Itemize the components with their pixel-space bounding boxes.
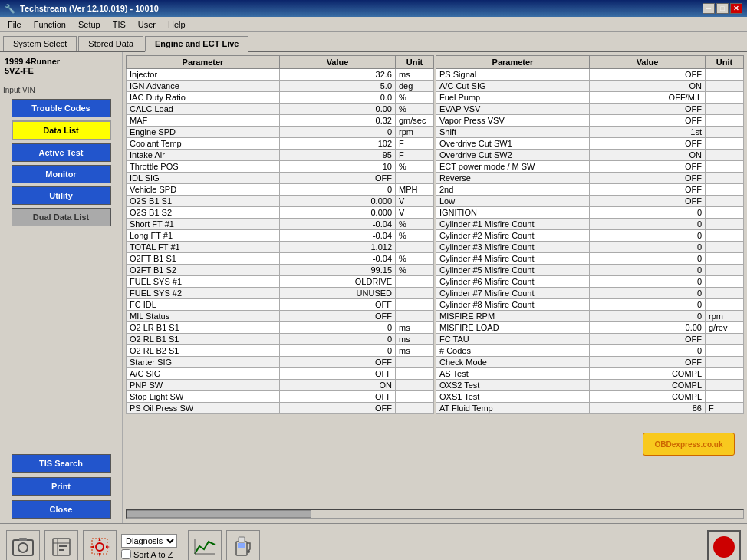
- menu-tis[interactable]: TIS: [107, 18, 132, 31]
- left-unit-header: Unit: [396, 56, 434, 69]
- left-param-cell: Intake Air: [127, 150, 280, 161]
- snapshot-icon-button[interactable]: [6, 530, 40, 561]
- right-table-row: Shift 1st: [436, 127, 744, 138]
- left-value-cell: OFF: [280, 368, 396, 380]
- dual-data-list-button[interactable]: Dual Data List: [12, 208, 111, 226]
- right-unit-cell: [706, 265, 744, 276]
- left-table-row: FUEL SYS #2 UNUSED: [127, 288, 434, 299]
- left-value-cell: ON: [280, 380, 396, 391]
- settings-icon-button[interactable]: [83, 530, 117, 561]
- left-table-row: Intake Air 95 F: [127, 150, 434, 161]
- left-value-cell: 102: [280, 138, 396, 150]
- svg-point-8: [96, 543, 104, 551]
- left-table-row: PNP SW ON: [127, 380, 434, 391]
- diagnosis-select[interactable]: Diagnosis Snapshot Trigger: [121, 534, 177, 548]
- sort-checkbox[interactable]: [121, 549, 131, 559]
- maximize-button[interactable]: □: [716, 3, 729, 14]
- left-param-cell: O2FT B1 S2: [127, 265, 280, 276]
- left-value-cell: 0: [280, 184, 396, 196]
- right-param-cell: AT Fluid Temp: [436, 403, 590, 414]
- horizontal-scrollbar[interactable]: [126, 509, 744, 519]
- data-icon-button[interactable]: [44, 530, 78, 561]
- fuel-icon-button[interactable]: [226, 530, 260, 561]
- sidebar: 1999 4Runner 5VZ-FE Input VIN Trouble Co…: [0, 52, 123, 523]
- left-value-cell: 0: [280, 334, 396, 345]
- menu-user[interactable]: User: [132, 18, 162, 31]
- right-value-cell: 0: [590, 219, 706, 230]
- title-bar: 🔧 Techstream (Ver 12.10.019) - 10010 ─ □…: [0, 0, 747, 17]
- right-value-cell: 0: [590, 207, 706, 219]
- right-value-cell: OFF: [590, 138, 706, 150]
- sort-label[interactable]: Sort A to Z: [133, 550, 173, 559]
- right-table-row: Fuel Pump OFF/M.L: [436, 92, 744, 104]
- right-unit-cell: [706, 81, 744, 92]
- left-table-row: CALC Load 0.00 %: [127, 104, 434, 115]
- right-value-cell: 0: [590, 230, 706, 242]
- left-table-row: O2 LR B1 S1 0 ms: [127, 322, 434, 334]
- right-value-cell: 86: [590, 403, 706, 414]
- right-value-cell: 0: [590, 345, 706, 357]
- menu-function[interactable]: Function: [28, 18, 72, 31]
- record-button[interactable]: [707, 530, 741, 561]
- trouble-codes-button[interactable]: Trouble Codes: [12, 99, 111, 117]
- monitor-button[interactable]: Monitor: [12, 165, 111, 183]
- left-param-cell: Vehicle SPD: [127, 184, 280, 196]
- right-table-row: Cylinder #5 Misfire Count 0: [436, 265, 744, 276]
- vehicle-info: 1999 4Runner 5VZ-FE: [3, 55, 119, 77]
- menu-file[interactable]: File: [2, 18, 28, 31]
- print-button[interactable]: Print: [12, 477, 111, 496]
- tab-system-select[interactable]: System Select: [3, 36, 77, 51]
- left-value-cell: OFF: [280, 311, 396, 322]
- minimize-button[interactable]: ─: [703, 3, 715, 14]
- left-value-cell: 10: [280, 161, 396, 173]
- data-list-button[interactable]: Data List: [12, 120, 111, 140]
- left-value-cell: 0.32: [280, 115, 396, 127]
- right-param-cell: MISFIRE LOAD: [436, 322, 590, 334]
- left-value-cell: 32.6: [280, 69, 396, 81]
- input-vin-label: Input VIN: [3, 86, 119, 94]
- right-unit-cell: [706, 345, 744, 357]
- right-unit-cell: [706, 219, 744, 230]
- graph-icon-button[interactable]: [188, 530, 222, 561]
- left-unit-cell: F: [396, 138, 434, 150]
- left-table-row: Vehicle SPD 0 MPH: [127, 184, 434, 196]
- right-param-cell: Fuel Pump: [436, 92, 590, 104]
- tis-search-button[interactable]: TIS Search: [12, 454, 111, 473]
- left-table-row: Stop Light SW OFF: [127, 391, 434, 403]
- left-table-row: O2 RL B1 S1 0 ms: [127, 334, 434, 345]
- left-unit-cell: [396, 288, 434, 299]
- right-unit-cell: [706, 196, 744, 207]
- left-unit-cell: %: [396, 104, 434, 115]
- right-unit-cell: [706, 230, 744, 242]
- left-value-cell: 0.00: [280, 104, 396, 115]
- right-param-cell: Shift: [436, 127, 590, 138]
- left-unit-cell: ms: [396, 334, 434, 345]
- right-param-cell: EVAP VSV: [436, 104, 590, 115]
- right-table-row: MISFIRE RPM 0 rpm: [436, 311, 744, 322]
- right-table-row: OXS2 Test COMPL: [436, 380, 744, 391]
- right-unit-cell: [706, 299, 744, 311]
- right-param-cell: Cylinder #5 Misfire Count: [436, 265, 590, 276]
- right-unit-cell: [706, 288, 744, 299]
- left-unit-cell: [396, 403, 434, 414]
- left-value-cell: 1.012: [280, 242, 396, 253]
- tab-engine-ect-live[interactable]: Engine and ECT Live: [145, 36, 248, 52]
- left-value-cell: OFF: [280, 391, 396, 403]
- utility-button[interactable]: Utility: [12, 186, 111, 205]
- right-param-header: Parameter: [436, 56, 590, 69]
- right-unit-cell: [706, 380, 744, 391]
- left-table-row: A/C SIG OFF: [127, 368, 434, 380]
- tab-stored-data[interactable]: Stored Data: [78, 36, 143, 51]
- left-table-row: O2 RL B2 S1 0 ms: [127, 345, 434, 357]
- menu-setup[interactable]: Setup: [72, 18, 107, 31]
- close-window-button[interactable]: ✕: [730, 3, 742, 14]
- menu-help[interactable]: Help: [162, 18, 192, 31]
- left-value-cell: OFF: [280, 173, 396, 184]
- active-test-button[interactable]: Active Test: [12, 143, 111, 162]
- close-button[interactable]: Close: [12, 500, 111, 519]
- right-value-cell: 0: [590, 276, 706, 288]
- scrollbar-thumb[interactable]: [127, 510, 311, 518]
- right-table-row: ECT power mode / M SW OFF: [436, 161, 744, 173]
- left-param-cell: Starter SIG: [127, 357, 280, 368]
- left-unit-cell: ms: [396, 69, 434, 81]
